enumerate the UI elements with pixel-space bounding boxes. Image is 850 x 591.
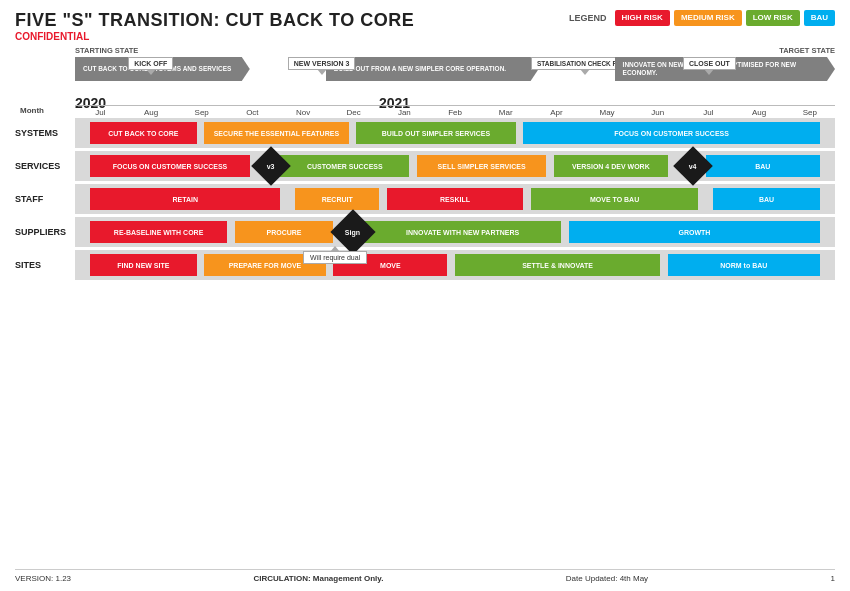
legend-block: LEGEND HIGH RISK MEDIUM RISK LOW RISK BA… <box>569 10 835 26</box>
bar-customer-success: CUSTOMER SUCCESS <box>280 155 409 177</box>
months-area: 2020 2021 Month Jul Aug Sep Oct Nov Dec … <box>75 87 835 117</box>
bar-bau-svc: BAU <box>706 155 820 177</box>
section-services: SERVICES FOCUS ON CUSTOMER SUCCESS v3 CU… <box>15 151 835 181</box>
bar-cut-back-to-core: CUT BACK TO CORE <box>90 122 196 144</box>
diamond-sign-label: Sign <box>346 228 361 235</box>
footer-circulation: CIRCULATION: Management Only. <box>253 574 383 583</box>
diamond-v3: v3 <box>252 146 292 186</box>
month-nov: Nov <box>278 108 329 117</box>
month-dec: Dec <box>328 108 379 117</box>
bar-recruit: RECRUIT <box>295 188 379 210</box>
section-sites: SITES FIND NEW SITE PREPARE FOR MOVE MOV… <box>15 250 835 280</box>
kickoff-callout: KICK OFF <box>128 57 173 70</box>
bar-sell-simpler: SELL SIMPLER SERVICES <box>417 155 546 177</box>
bar-reskill: RESKILL <box>387 188 524 210</box>
bar-find-new-site: FIND NEW SITE <box>90 254 196 276</box>
bar-focus-customer-success-sys: FOCUS ON CUSTOMER SUCCESS <box>523 122 819 144</box>
bar-rebaseline: RE-BASELINE WITH CORE <box>90 221 227 243</box>
section-title-systems: SYSTEMS <box>15 128 75 138</box>
closeout-callout: CLOSE OUT <box>683 57 736 70</box>
month-jan: Jan <box>379 108 430 117</box>
bar-version4-dev: VERSION 4 DEV WORK <box>554 155 668 177</box>
section-title-services: SERVICES <box>15 161 75 171</box>
month-aug1: Aug <box>126 108 177 117</box>
gantt-row-sites: FIND NEW SITE PREPARE FOR MOVE MOVE SETT… <box>75 250 835 280</box>
month-mar: Mar <box>480 108 531 117</box>
banner-build-text: BUILD OUT FROM A NEW SIMPLER CORE OPERAT… <box>334 65 506 73</box>
section-systems: SYSTEMS CUT BACK TO CORE SECURE THE ESSE… <box>15 118 835 148</box>
diamond-v4-label: v4 <box>689 162 697 169</box>
legend-low-risk: LOW RISK <box>746 10 800 26</box>
month-sep2: Sep <box>784 108 835 117</box>
bar-bau-staff: BAU <box>713 188 819 210</box>
diamond-v4: v4 <box>673 146 713 186</box>
month-apr: Apr <box>531 108 582 117</box>
month-header: Month <box>20 106 44 115</box>
footer-date: Date Updated: 4th May <box>566 574 648 583</box>
legend-bau: BAU <box>804 10 835 26</box>
bar-growth: GROWTH <box>569 221 820 243</box>
bar-innovate-partners: INNOVATE WITH NEW PARTNERS <box>364 221 562 243</box>
month-jul1: Jul <box>75 108 126 117</box>
footer-version: VERSION: 1.23 <box>15 574 71 583</box>
footer: VERSION: 1.23 CIRCULATION: Management On… <box>15 569 835 583</box>
bar-norm-to-bau: NORM to BAU <box>668 254 820 276</box>
section-title-staff: STAFF <box>15 194 75 204</box>
gantt-row-suppliers: RE-BASELINE WITH CORE PROCURE Sign Will … <box>75 217 835 247</box>
legend-high-risk: HIGH RISK <box>615 10 670 26</box>
gantt-row-systems: CUT BACK TO CORE SECURE THE ESSENTIAL FE… <box>75 118 835 148</box>
month-aug2: Aug <box>734 108 785 117</box>
section-staff: STAFF RETAIN RECRUIT RESKILL MOVE TO BAU… <box>15 184 835 214</box>
bar-move-to-bau: MOVE TO BAU <box>531 188 698 210</box>
footer-page: 1 <box>831 574 835 583</box>
section-title-suppliers: SUPPLIERS <box>15 227 75 237</box>
months-row: Jul Aug Sep Oct Nov Dec Jan Feb Mar Apr … <box>75 105 835 117</box>
bar-procure: PROCURE <box>235 221 334 243</box>
month-oct: Oct <box>227 108 278 117</box>
gantt-row-staff: RETAIN RECRUIT RESKILL MOVE TO BAU BAU <box>75 184 835 214</box>
bar-focus-customer-success-svc: FOCUS ON CUSTOMER SUCCESS <box>90 155 250 177</box>
month-feb: Feb <box>430 108 481 117</box>
bar-build-out-simpler: BUILD OUT SIMPLER SERVICES <box>356 122 516 144</box>
month-jun: Jun <box>632 108 683 117</box>
tooltip-dual: Will require dual <box>303 251 367 264</box>
title-block: FIVE "S" TRANSITION: CUT BACK TO CORE CO… <box>15 10 414 42</box>
section-suppliers: SUPPLIERS RE-BASELINE WITH CORE PROCURE … <box>15 217 835 247</box>
legend-medium-risk: MEDIUM RISK <box>674 10 742 26</box>
bar-retain: RETAIN <box>90 188 280 210</box>
page: FIVE "S" TRANSITION: CUT BACK TO CORE CO… <box>0 0 850 591</box>
main-title: FIVE "S" TRANSITION: CUT BACK TO CORE <box>15 10 414 31</box>
tooltip-arrow <box>330 246 340 252</box>
section-title-sites: SITES <box>15 260 75 270</box>
gantt-row-services: FOCUS ON CUSTOMER SUCCESS v3 CUSTOMER SU… <box>75 151 835 181</box>
month-jul2: Jul <box>683 108 734 117</box>
banner-build: BUILD OUT FROM A NEW SIMPLER CORE OPERAT… <box>326 57 539 81</box>
month-sep1: Sep <box>176 108 227 117</box>
diamond-v3-label: v3 <box>267 162 275 169</box>
confidential-label: CONFIDENTIAL <box>15 31 414 42</box>
callout-kickoff: KICK OFF <box>128 57 173 70</box>
bar-secure-essential: SECURE THE ESSENTIAL FEATURES <box>204 122 348 144</box>
legend-label: LEGEND <box>569 13 607 23</box>
target-state-label: TARGET STATE <box>779 46 835 55</box>
header: FIVE "S" TRANSITION: CUT BACK TO CORE CO… <box>15 10 835 42</box>
starting-state-label: STARTING STATE <box>75 46 138 55</box>
newversion3-callout: NEW VERSION 3 <box>288 57 356 70</box>
bar-settle-innovate: SETTLE & INNOVATE <box>455 254 660 276</box>
month-may: May <box>582 108 633 117</box>
